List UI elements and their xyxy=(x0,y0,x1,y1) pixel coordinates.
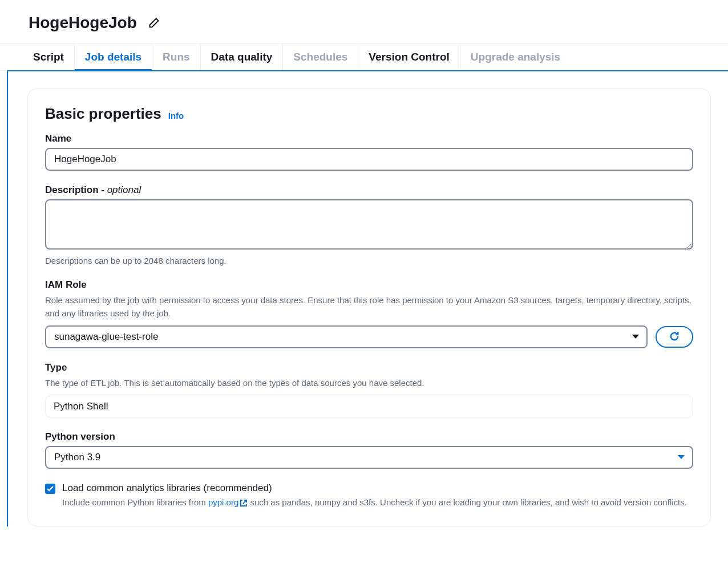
form-group-type: Type The type of ETL job. This is set au… xyxy=(45,362,693,417)
name-input[interactable] xyxy=(45,148,693,171)
load-libs-label: Load common analytics libraries (recomme… xyxy=(62,483,693,494)
tab-script[interactable]: Script xyxy=(23,44,75,70)
description-label-text: Description - xyxy=(45,184,107,195)
external-link-icon xyxy=(240,499,248,507)
tab-runs: Runs xyxy=(152,44,201,70)
load-libs-content: Load common analytics libraries (recomme… xyxy=(62,483,693,509)
page-header: HogeHogeJob xyxy=(0,0,728,44)
type-select: Python Shell xyxy=(45,396,693,417)
tab-data-quality[interactable]: Data quality xyxy=(201,44,284,70)
description-textarea[interactable] xyxy=(45,199,693,250)
python-version-label: Python version xyxy=(45,431,693,443)
iam-role-label: IAM Role xyxy=(45,279,693,291)
tab-schedules: Schedules xyxy=(283,44,358,70)
load-libs-description: Include common Python libraries from pyp… xyxy=(62,496,693,509)
type-description: The type of ETL job. This is set automat… xyxy=(45,377,693,390)
iam-role-description: Role assumed by the job with permission … xyxy=(45,294,693,320)
load-libs-desc-suffix: such as pandas, numpy and s3fs. Uncheck … xyxy=(248,497,687,507)
iam-role-row: sunagawa-glue-test-role xyxy=(45,325,693,348)
load-libs-row: Load common analytics libraries (recomme… xyxy=(45,483,693,509)
name-label: Name xyxy=(45,133,693,144)
form-group-description: Description - optional Descriptions can … xyxy=(45,184,693,266)
iam-role-select-wrapper: sunagawa-glue-test-role xyxy=(45,325,648,348)
pypi-link-text: pypi.org xyxy=(208,497,238,507)
form-group-python-version: Python version Python 3.9 xyxy=(45,431,693,469)
content-wrapper: Basic properties Info Name Description -… xyxy=(7,70,728,526)
python-version-select[interactable]: Python 3.9 xyxy=(45,446,693,469)
load-libs-desc-prefix: Include common Python libraries from xyxy=(62,497,208,507)
type-select-wrapper: Python Shell xyxy=(45,396,693,417)
panel-title: Basic properties xyxy=(45,105,161,123)
description-optional: optional xyxy=(107,184,141,195)
check-icon xyxy=(47,484,54,493)
form-group-iam-role: IAM Role Role assumed by the job with pe… xyxy=(45,279,693,348)
pypi-link[interactable]: pypi.org xyxy=(208,497,248,507)
page-title: HogeHogeJob xyxy=(29,14,137,32)
tab-upgrade-analysis: Upgrade analysis xyxy=(460,44,571,70)
load-libs-checkbox[interactable] xyxy=(45,484,55,494)
tabs-container: Script Job details Runs Data quality Sch… xyxy=(0,44,728,71)
info-link[interactable]: Info xyxy=(168,111,184,120)
form-group-name: Name xyxy=(45,133,693,171)
iam-role-select[interactable]: sunagawa-glue-test-role xyxy=(45,325,648,348)
description-label: Description - optional xyxy=(45,184,693,196)
basic-properties-panel: Basic properties Info Name Description -… xyxy=(27,89,711,526)
type-label: Type xyxy=(45,362,693,373)
description-help: Descriptions can be up to 2048 character… xyxy=(45,256,693,266)
refresh-icon xyxy=(669,331,680,344)
refresh-button[interactable] xyxy=(656,326,693,348)
tab-version-control[interactable]: Version Control xyxy=(358,44,460,70)
python-version-select-wrapper: Python 3.9 xyxy=(45,446,693,469)
panel-header: Basic properties Info xyxy=(45,105,693,123)
edit-icon[interactable] xyxy=(148,17,160,29)
tab-job-details[interactable]: Job details xyxy=(75,44,152,70)
